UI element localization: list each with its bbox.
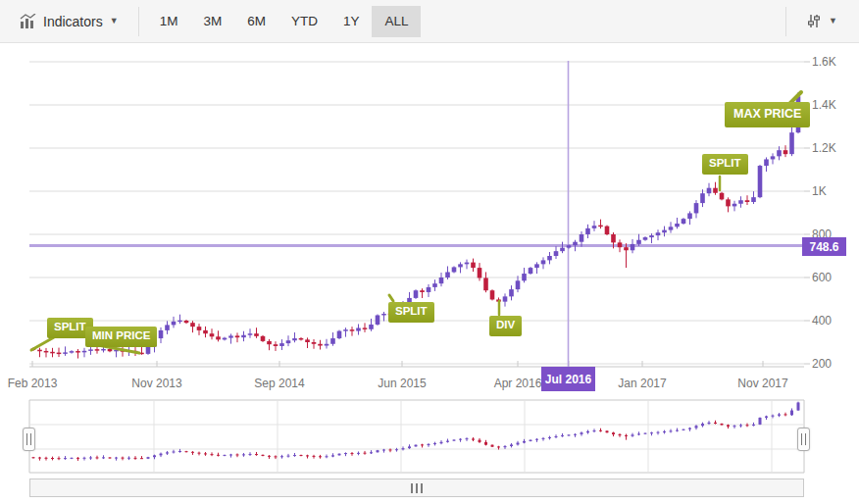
x-axis-label: Jan 2017 (618, 377, 666, 390)
crosshair-value-badge: 748.6 (802, 237, 846, 256)
handle-grip-icon (801, 433, 806, 445)
crosshair-date-badge: Jul 2016 (541, 367, 595, 391)
x-axis-label: Feb 2013 (8, 377, 58, 390)
annotation-div: DIV (489, 316, 522, 336)
x-axis-label: Apr 2016 (494, 377, 542, 390)
y-axis-label: 400 (812, 314, 832, 328)
x-axis-label: Nov 2013 (131, 377, 181, 390)
y-axis-label: 1.6K (812, 55, 836, 69)
handle-grip-icon (26, 433, 31, 445)
scrollbar-grip[interactable] (411, 483, 423, 493)
stock-chart-app: Indicators ▼ 1M 3M 6M YTD 1Y ALL (0, 0, 859, 504)
annotation-split-2017: SPLIT (702, 154, 748, 175)
x-axis-label: Nov 2017 (737, 377, 787, 390)
navigator-left-handle[interactable] (23, 428, 35, 451)
annotation-split-2015: SPLIT (388, 302, 434, 323)
navigator-right-handle[interactable] (797, 428, 810, 451)
annotation-min-price: MIN PRICE (85, 327, 157, 347)
x-axis-label: Sep 2014 (254, 377, 304, 390)
y-axis-label: 1.4K (812, 98, 836, 112)
y-axis-label: 1K (812, 184, 827, 198)
x-axis-label: Jun 2015 (378, 377, 426, 390)
annotation-max-price: MAX PRICE (725, 102, 810, 127)
chart-canvas[interactable] (0, 0, 859, 504)
y-axis-label: 600 (812, 271, 832, 284)
navigator-scrollbar[interactable] (29, 479, 804, 497)
y-axis-label: 1.2K (812, 141, 836, 155)
y-axis-label: 200 (812, 357, 832, 371)
